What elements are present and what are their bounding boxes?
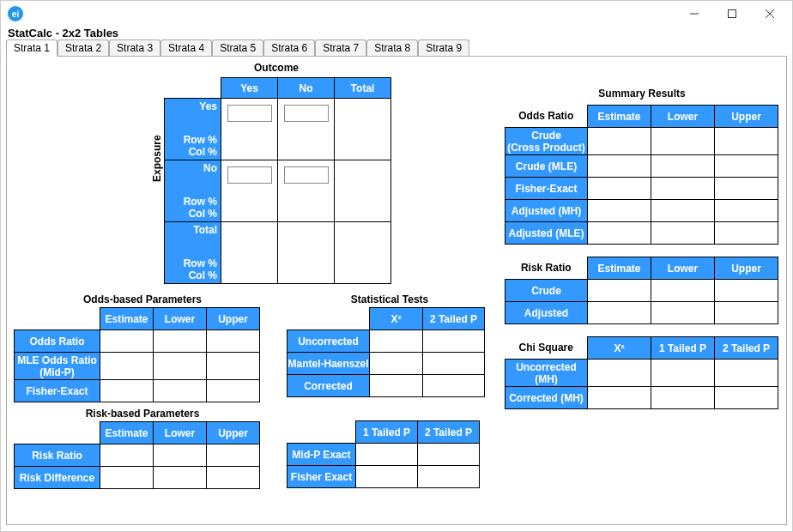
exposure-colp-3: Col %	[189, 269, 217, 281]
sc-h-p2: 2 Tailed P	[715, 337, 778, 360]
contingency-table: Yes No Total Yes Row % Col %	[164, 77, 391, 284]
odds-params-table: Estimate Lower Upper Odds Ratio MLE Odds…	[14, 307, 260, 402]
main-pane: Outcome Exposure Yes No Total Yes Row %	[6, 57, 787, 525]
odds-h-estimate: Estimate	[100, 308, 154, 330]
risk-r-ratio: Risk Ratio	[15, 444, 100, 467]
sr-r-crude: Crude	[505, 280, 588, 302]
outcome-col-yes: Yes	[221, 78, 278, 99]
tab-strata-9[interactable]: Strata 9	[418, 39, 469, 56]
exposure-colp-1: Col %	[189, 146, 217, 158]
risk-params-table: Estimate Lower Upper Risk Ratio Risk Dif…	[14, 421, 260, 489]
tab-strata-2[interactable]: Strata 2	[58, 39, 109, 56]
so-h-est: Estimate	[588, 106, 651, 128]
grand-total	[335, 222, 391, 284]
exposure-rowp-1: Row %	[184, 134, 217, 146]
exposure-rowp-2: Row %	[184, 196, 217, 208]
odds-h-upper: Upper	[207, 308, 260, 330]
app-icon: ei	[8, 6, 23, 21]
sr-r-adjusted: Adjusted	[505, 302, 588, 324]
total-yes-row	[335, 99, 391, 160]
ex-h-p1: 1 Tailed P	[356, 421, 418, 444]
tab-strata-1[interactable]: Strata 1	[6, 39, 58, 57]
close-icon	[766, 9, 774, 18]
exposure-row-yes: Yes	[168, 100, 217, 112]
tab-strata-8[interactable]: Strata 8	[366, 39, 418, 56]
exposure-rowp-3: Row %	[184, 257, 217, 269]
maximize-icon	[728, 9, 736, 18]
ex-r-fisher: Fisher Exact	[288, 466, 356, 488]
risk-r-diff: Risk Difference	[15, 467, 100, 489]
tab-strata-4[interactable]: Strata 4	[160, 39, 212, 56]
odds-r-mle: MLE Odds Ratio (Mid-P)	[15, 353, 100, 380]
exposure-title: Exposure	[151, 135, 163, 182]
input-yes-yes[interactable]	[227, 105, 272, 122]
risk-h-upper: Upper	[207, 422, 260, 444]
sc-h-x2: X²	[588, 337, 651, 360]
st-r-uncorr: Uncorrected	[288, 330, 370, 353]
so-r-fisher: Fisher-Exact	[505, 178, 588, 200]
so-r-crudecp: Crude (Cross Product)	[505, 128, 588, 155]
minimize-icon	[690, 9, 699, 18]
exposure-row-no: No	[168, 162, 217, 174]
st-h-x2: X²	[370, 308, 423, 330]
sc-r-corr: Corrected (MH)	[505, 387, 588, 409]
risk-h-lower: Lower	[154, 422, 207, 444]
total-col-yes	[221, 222, 278, 284]
app-title: StatCalc - 2x2 Tables	[1, 27, 792, 39]
exposure-row-total: Total	[168, 224, 217, 236]
summary-title: Summary Results	[505, 88, 779, 100]
so-r-adjmh: Adjusted (MH)	[505, 200, 588, 222]
exposure-colp-2: Col %	[189, 208, 217, 220]
outcome-col-total: Total	[335, 78, 391, 99]
sc-r-uncorr: Uncorrected (MH)	[505, 360, 588, 387]
tab-strata-7[interactable]: Strata 7	[315, 39, 366, 56]
odds-r-or: Odds Ratio	[15, 330, 100, 353]
so-h-lower: Lower	[651, 106, 715, 128]
minimize-button[interactable]	[675, 2, 713, 26]
risk-params-title: Risk-based Parameters	[14, 408, 271, 420]
outcome-col-no: No	[278, 78, 335, 99]
input-yes-no[interactable]	[284, 105, 329, 122]
outcome-title: Outcome	[254, 62, 299, 74]
tab-strip: Strata 1 Strata 2 Strata 3 Strata 4 Stra…	[6, 39, 787, 57]
input-no-no[interactable]	[284, 166, 329, 184]
odds-h-lower: Lower	[154, 308, 207, 330]
st-r-corr: Corrected	[288, 375, 370, 397]
summary-risk-table: Risk Ratio Estimate Lower Upper Crude Ad…	[505, 257, 778, 324]
odds-params-title: Odds-based Parameters	[14, 293, 271, 305]
summary-chi-title: Chi Square	[505, 337, 588, 360]
tab-strata-3[interactable]: Strata 3	[109, 39, 160, 56]
exact-tests-table: 1 Tailed P 2 Tailed P Mid-P Exact Fisher…	[287, 420, 480, 488]
odds-r-fisher: Fisher-Exact	[15, 380, 100, 402]
summary-chi-table: Chi Square X² 1 Tailed P 2 Tailed P Unco…	[505, 336, 778, 409]
summary-risk-title: Risk Ratio	[505, 257, 588, 280]
so-r-adjmle: Adjusted (MLE)	[505, 222, 588, 245]
st-r-mh: Mantel-Haenszel	[288, 353, 370, 375]
so-h-upper: Upper	[715, 106, 778, 128]
input-no-yes[interactable]	[227, 166, 272, 184]
stat-tests-table: X² 2 Tailed P Uncorrected Mantel-Haensze…	[287, 307, 485, 397]
maximize-button[interactable]	[713, 2, 751, 26]
sr-h-upper: Upper	[715, 257, 778, 280]
close-button[interactable]	[751, 2, 789, 26]
sc-h-p1: 1 Tailed P	[651, 337, 715, 360]
risk-h-estimate: Estimate	[100, 422, 154, 444]
sr-h-est: Estimate	[588, 257, 651, 280]
ex-r-midp: Mid-P Exact	[288, 444, 356, 466]
st-h-p2: 2 Tailed P	[423, 308, 485, 330]
ex-h-p2: 2 Tailed P	[418, 421, 480, 444]
stat-tests-title: Statistical Tests	[287, 293, 493, 305]
total-no-row	[335, 160, 391, 222]
summary-odds-table: Odds Ratio Estimate Lower Upper Crude (C…	[505, 105, 778, 245]
total-col-no	[278, 222, 335, 284]
summary-odds-title: Odds Ratio	[505, 106, 588, 128]
sr-h-lower: Lower	[651, 257, 715, 280]
so-r-crudemle: Crude (MLE)	[505, 155, 588, 178]
svg-rect-1	[729, 10, 736, 18]
tab-strata-5[interactable]: Strata 5	[212, 39, 263, 56]
title-bar: ei	[1, 1, 792, 27]
tab-strata-6[interactable]: Strata 6	[263, 39, 315, 56]
